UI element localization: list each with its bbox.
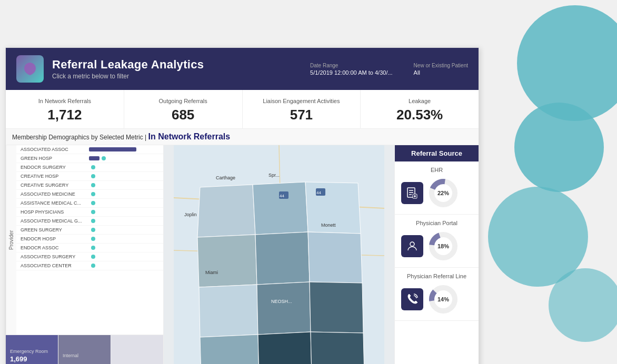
metric-liaison-value: 571: [248, 107, 355, 123]
category-tile-emergency[interactable]: Emergency Room 1,699: [6, 335, 58, 364]
ehr-donut: 22%: [427, 177, 459, 209]
category-tile-empty: [111, 335, 163, 364]
provider-dot: [91, 174, 95, 178]
source-referral-line-label: Physician Referral Line: [401, 273, 472, 279]
provider-row[interactable]: ASSISTANCE MEDICAL C...: [16, 199, 163, 208]
ehr-percentage: 22%: [437, 190, 449, 196]
tile-emergency-value: 1,699: [10, 355, 54, 363]
date-range-label: Date Range: [310, 63, 393, 68]
provider-row[interactable]: GREEN SURGERY: [16, 226, 163, 235]
metric-leakage-label: Leakage: [366, 97, 473, 105]
provider-row[interactable]: ASSOCIATED CENTER: [16, 261, 163, 270]
provider-name: ASSOCIATED MEDICAL G...: [21, 218, 89, 224]
provider-dot: [91, 210, 95, 214]
source-portal-label: Physician Portal: [401, 220, 472, 226]
svg-marker-11: [197, 235, 257, 287]
header-filters: Date Range 5/1/2019 12:00:00 AM to 4/30/…: [310, 63, 468, 76]
date-range-filter[interactable]: Date Range 5/1/2019 12:00:00 AM to 4/30/…: [310, 63, 393, 76]
provider-bar-container: [89, 209, 159, 215]
svg-text:Carthage: Carthage: [216, 175, 235, 180]
date-range-value: 5/1/2019 12:00:00 AM to 4/30/...: [310, 69, 393, 76]
section-heading-prefix: Membership Demographics by Selected Metr…: [12, 134, 143, 141]
provider-name: ASSOCIATED CENTER: [21, 263, 89, 268]
metric-in-network-label: In Network Referrals: [11, 97, 118, 105]
header-subtitle: Click a metric below to filter: [52, 73, 302, 80]
header-logo: [16, 55, 44, 83]
metric-liaison[interactable]: Liaison Engagement Activities 571: [243, 90, 361, 128]
source-referral-content: 14%: [401, 284, 472, 315]
provider-name: ENDOCR SURGERY: [21, 165, 89, 170]
provider-section: Provider ASSOCIATED ASSOCGREEN HOSPENDOC…: [6, 145, 163, 335]
provider-name: ASSOCIATED SURGERY: [21, 254, 89, 259]
patient-value: All: [414, 69, 420, 76]
provider-dot: [91, 201, 95, 205]
provider-dot: [91, 219, 95, 223]
svg-marker-13: [308, 232, 362, 283]
metric-liaison-label: Liaison Engagement Activities: [248, 97, 355, 105]
provider-row[interactable]: HOSP PHYSICIANS: [16, 208, 163, 217]
provider-dot: [91, 183, 95, 187]
provider-dot: [102, 156, 106, 160]
metric-leakage[interactable]: Leakage 20.53%: [361, 90, 479, 128]
right-panel: Referral Source EHR: [394, 145, 479, 364]
svg-point-39: [410, 242, 414, 246]
source-portal-content: 18%: [401, 230, 472, 262]
provider-name: CREATIVE SURGERY: [21, 183, 89, 188]
map-visualization: Carthage Spr... Joplin Monett Miami NEOS…: [164, 145, 394, 364]
referral-line-donut: 14%: [427, 284, 459, 315]
metric-leakage-value: 20.53%: [366, 107, 473, 123]
svg-marker-15: [257, 282, 311, 335]
source-physician-portal: Physician Portal 18%: [395, 215, 479, 268]
portal-percentage: 18%: [437, 243, 449, 249]
category-tiles: Emergency Room 1,699 Internal: [6, 335, 163, 364]
provider-bar-container: [89, 173, 159, 179]
category-tile-internal[interactable]: Internal: [58, 335, 111, 364]
referral-line-icon: [401, 288, 423, 310]
provider-row[interactable]: ASSOCIATED MEDICINE: [16, 190, 163, 199]
metric-in-network-value: 1,712: [11, 107, 118, 123]
svg-text:NEOSH...: NEOSH...: [271, 299, 292, 304]
provider-bar-container: [89, 191, 159, 197]
provider-table: ASSOCIATED ASSOCGREEN HOSPENDOCR SURGERY…: [16, 145, 163, 335]
patient-filter[interactable]: New or Existing Patient All: [414, 63, 468, 76]
metric-outgoing[interactable]: Outgoing Referrals 685: [124, 90, 243, 128]
metric-outgoing-label: Outgoing Referrals: [130, 97, 237, 105]
svg-text:Joplin: Joplin: [184, 212, 197, 217]
svg-text:44: 44: [316, 190, 321, 195]
provider-row[interactable]: CREATIVE HOSP: [16, 172, 163, 181]
portal-donut: 18%: [427, 230, 459, 262]
provider-row[interactable]: ENDOCR HOSP: [16, 235, 163, 244]
svg-marker-9: [253, 182, 308, 235]
provider-row[interactable]: ASSOCIATED ASSOC: [16, 145, 163, 154]
svg-marker-12: [255, 232, 310, 285]
metric-outgoing-value: 685: [130, 107, 237, 123]
provider-row[interactable]: GREEN HOSP: [16, 154, 163, 163]
metric-in-network[interactable]: In Network Referrals 1,712: [6, 90, 124, 128]
provider-dot: [91, 264, 95, 268]
svg-text:Monett: Monett: [321, 223, 336, 228]
provider-row[interactable]: ENDOCR ASSOC: [16, 244, 163, 252]
tile-emergency-label: Emergency Room: [10, 349, 54, 354]
provider-row[interactable]: ENDOCR SURGERY: [16, 163, 163, 172]
referral-line-percentage: 14%: [437, 296, 449, 302]
provider-row[interactable]: ASSOCIATED SURGERY: [16, 252, 163, 261]
svg-marker-8: [197, 185, 255, 237]
provider-row[interactable]: CREATIVE SURGERY: [16, 181, 163, 190]
provider-dot: [91, 237, 95, 241]
provider-dot: [91, 246, 95, 250]
provider-name: GREEN HOSP: [21, 156, 89, 161]
provider-bar: [89, 156, 99, 160]
provider-bar-container: [89, 155, 159, 161]
dashboard: Referral Leakage Analytics Click a metri…: [5, 47, 479, 364]
provider-dot: [91, 228, 95, 232]
svg-text:Miami: Miami: [205, 270, 218, 275]
provider-bar: [89, 147, 136, 151]
portal-icon: [401, 235, 423, 257]
svg-marker-14: [199, 285, 258, 337]
section-heading-metric: In Network Referrals: [148, 132, 231, 141]
dashboard-header: Referral Leakage Analytics Click a metri…: [6, 48, 479, 90]
svg-point-1: [514, 103, 604, 192]
provider-name: ENDOCR HOSP: [21, 236, 89, 241]
provider-row[interactable]: ASSOCIATED MEDICAL G...: [16, 217, 163, 226]
svg-point-0: [517, 5, 617, 121]
